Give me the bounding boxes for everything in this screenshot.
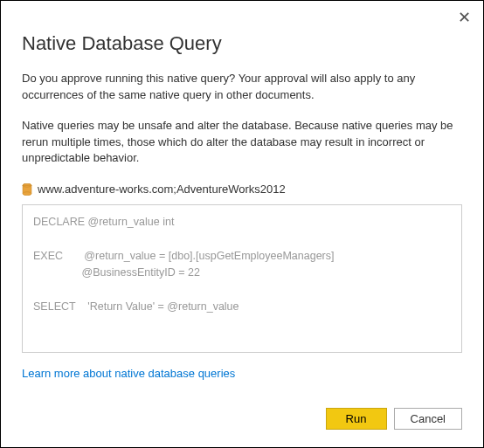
query-text-box: DECLARE @return_value int EXEC @return_v… (22, 204, 462, 353)
approval-text: Do you approve running this native query… (22, 71, 462, 104)
dialog-title: Native Database Query (22, 32, 462, 55)
button-row: Run Cancel (326, 408, 462, 430)
learn-more-link[interactable]: Learn more about native database queries (22, 367, 235, 380)
database-source-row: www.adventure-works.com;AdventureWorks20… (22, 183, 462, 196)
cancel-button[interactable]: Cancel (394, 408, 462, 430)
database-icon (22, 183, 32, 196)
warning-text: Native queries may be unsafe and alter t… (22, 118, 462, 168)
database-source-text: www.adventure-works.com;AdventureWorks20… (38, 183, 286, 196)
svg-point-2 (23, 191, 31, 195)
run-button[interactable]: Run (326, 408, 387, 430)
close-icon[interactable]: ✕ (458, 10, 471, 25)
